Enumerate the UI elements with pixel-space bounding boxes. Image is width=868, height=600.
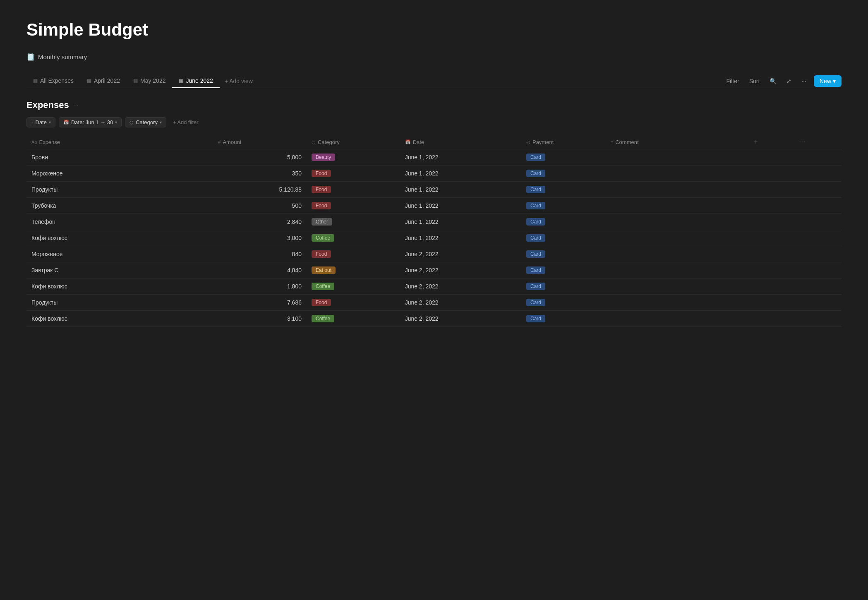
- cell-payment-1: Card: [521, 166, 606, 182]
- cell-amount-0: 5,000: [213, 149, 307, 166]
- col-header-amount: #Amount: [213, 135, 307, 149]
- table-row[interactable]: Продукты 7,686 Food June 2, 2022 Card: [26, 295, 842, 311]
- search-button[interactable]: 🔍: [767, 76, 779, 86]
- cell-payment-5: Card: [521, 230, 606, 246]
- cell-expense-7: Завтрак С: [26, 262, 213, 278]
- table-row[interactable]: Мороженое 350 Food June 1, 2022 Card: [26, 166, 842, 182]
- cell-comment-9: [606, 295, 746, 311]
- tab-june-2022[interactable]: ▦June 2022: [172, 74, 219, 88]
- cell-expense-9: Продукты: [26, 295, 213, 311]
- cell-payment-2: Card: [521, 182, 606, 198]
- badge-payment-8: Card: [526, 283, 545, 290]
- cell-extra1-0: [746, 149, 791, 166]
- cell-extra1-6: [746, 246, 791, 262]
- cell-category-2: Food: [307, 182, 400, 198]
- col-header-date: 📅Date: [400, 135, 521, 149]
- cell-extra1-1: [746, 166, 791, 182]
- cell-expense-6: Мороженое: [26, 246, 213, 262]
- new-button[interactable]: New ▾: [814, 75, 842, 87]
- badge-payment-10: Card: [526, 315, 545, 322]
- cell-payment-4: Card: [521, 214, 606, 230]
- cell-extra2-9: [792, 295, 842, 311]
- cell-amount-5: 3,000: [213, 230, 307, 246]
- cell-extra2-2: [792, 182, 842, 198]
- cell-extra1-8: [746, 278, 791, 295]
- table-row[interactable]: Завтрак С 4,840 Eat out June 2, 2022 Car…: [26, 262, 842, 278]
- badge-category-4: Other: [312, 218, 332, 226]
- table-row[interactable]: Кофи вохлюс 3,000 Coffee June 1, 2022 Ca…: [26, 230, 842, 246]
- filter-button[interactable]: Filter: [724, 76, 742, 86]
- cell-extra2-4: [792, 214, 842, 230]
- cell-comment-8: [606, 278, 746, 295]
- table-icon: ▦: [133, 78, 138, 84]
- cell-date-2: June 1, 2022: [400, 182, 521, 198]
- col-plus[interactable]: +: [746, 135, 791, 149]
- col-header-comment: ≡Comment: [606, 135, 746, 149]
- badge-payment-4: Card: [526, 218, 545, 226]
- cell-category-5: Coffee: [307, 230, 400, 246]
- table-row[interactable]: Продукты 5,120.88 Food June 1, 2022 Card: [26, 182, 842, 198]
- cell-comment-7: [606, 262, 746, 278]
- cell-date-7: June 2, 2022: [400, 262, 521, 278]
- tab-all-expenses[interactable]: ▦All Expenses: [26, 74, 80, 88]
- badge-category-7: Eat out: [312, 266, 336, 274]
- table-title: Expenses: [26, 100, 69, 110]
- filter-chip-date-sort[interactable]: ↑Date▾: [26, 117, 55, 127]
- monthly-summary-label: Monthly summary: [38, 53, 87, 60]
- amount-col-icon: #: [218, 139, 221, 144]
- date-col-icon: 📅: [405, 139, 411, 145]
- tabs-bar: ▦All Expenses▦April 2022▦May 2022▦June 2…: [26, 74, 842, 88]
- sort-button[interactable]: Sort: [747, 76, 762, 86]
- badge-category-0: Beauty: [312, 154, 335, 161]
- cell-expense-3: Трубочка: [26, 198, 213, 214]
- more-button[interactable]: ···: [799, 76, 809, 86]
- cell-payment-6: Card: [521, 246, 606, 262]
- badge-category-8: Coffee: [312, 283, 334, 290]
- filter-chip-category[interactable]: ◎Category▾: [125, 117, 166, 127]
- cell-amount-7: 4,840: [213, 262, 307, 278]
- cell-date-1: June 1, 2022: [400, 166, 521, 182]
- badge-payment-5: Card: [526, 234, 545, 242]
- cell-comment-0: [606, 149, 746, 166]
- table-row[interactable]: Трубочка 500 Food June 1, 2022 Card: [26, 198, 842, 214]
- add-view-button[interactable]: + Add view: [220, 74, 258, 88]
- table-row[interactable]: Мороженое 840 Food June 2, 2022 Card: [26, 246, 842, 262]
- tab-april-2022[interactable]: ▦April 2022: [80, 74, 127, 88]
- cell-comment-2: [606, 182, 746, 198]
- badge-category-9: Food: [312, 299, 331, 306]
- cell-payment-7: Card: [521, 262, 606, 278]
- badge-category-6: Food: [312, 250, 331, 258]
- table-row[interactable]: Кофи вохлюс 1,800 Coffee June 2, 2022 Ca…: [26, 278, 842, 295]
- cell-comment-10: [606, 311, 746, 327]
- badge-payment-9: Card: [526, 299, 545, 306]
- table-more-icon[interactable]: ···: [73, 101, 79, 109]
- cell-payment-3: Card: [521, 198, 606, 214]
- badge-payment-0: Card: [526, 154, 545, 161]
- chip-icon: ↑: [31, 120, 34, 125]
- cell-amount-3: 500: [213, 198, 307, 214]
- cell-extra1-4: [746, 214, 791, 230]
- table-row[interactable]: Кофи вохлюс 3,100 Coffee June 2, 2022 Ca…: [26, 311, 842, 327]
- table-row[interactable]: Телефон 2,840 Other June 1, 2022 Card: [26, 214, 842, 230]
- cell-comment-3: [606, 198, 746, 214]
- cell-extra1-9: [746, 295, 791, 311]
- cell-extra1-3: [746, 198, 791, 214]
- filter-chip-date-range[interactable]: 📅Date: Jun 1 → 30▾: [59, 117, 122, 127]
- category-col-icon: ◎: [312, 139, 316, 145]
- col-dots[interactable]: ···: [792, 135, 842, 149]
- expand-button[interactable]: ⤢: [784, 76, 794, 86]
- cell-comment-1: [606, 166, 746, 182]
- cell-extra2-6: [792, 246, 842, 262]
- cell-category-7: Eat out: [307, 262, 400, 278]
- tab-may-2022[interactable]: ▦May 2022: [127, 74, 172, 88]
- table-row[interactable]: Брови 5,000 Beauty June 1, 2022 Card: [26, 149, 842, 166]
- badge-category-5: Coffee: [312, 234, 334, 242]
- cell-expense-4: Телефон: [26, 214, 213, 230]
- cell-category-0: Beauty: [307, 149, 400, 166]
- cell-extra2-7: [792, 262, 842, 278]
- col-header-expense: AaExpense: [26, 135, 213, 149]
- table-body: Брови 5,000 Beauty June 1, 2022 Card Мор…: [26, 149, 842, 327]
- cell-extra2-1: [792, 166, 842, 182]
- add-filter-button[interactable]: + Add filter: [170, 118, 202, 127]
- cell-amount-10: 3,100: [213, 311, 307, 327]
